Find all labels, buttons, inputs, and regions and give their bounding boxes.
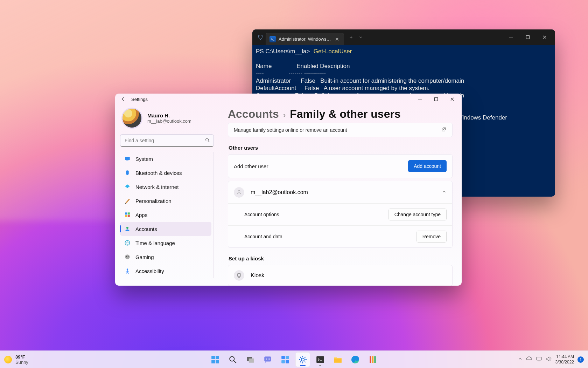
sidebar-item-network-internet[interactable]: Network & internet: [120, 180, 211, 194]
terminal-titlebar[interactable]: >_ Administrator: Windows Powe ✕ ＋: [252, 29, 555, 45]
nav-icon: [124, 268, 131, 274]
svg-rect-23: [211, 360, 215, 363]
account-data-label: Account and data: [244, 234, 282, 239]
kiosk-heading: Set up a kiosk: [229, 255, 453, 261]
account-options-label: Account options: [244, 212, 279, 217]
nav-icon: [124, 226, 131, 232]
terminal-maximize-button[interactable]: [520, 32, 536, 42]
svg-rect-33: [281, 356, 285, 359]
sidebar-item-accessibility[interactable]: Accessibility: [120, 264, 211, 278]
remove-button[interactable]: Remove: [416, 231, 447, 243]
external-link-icon: [441, 127, 447, 133]
settings-close-button[interactable]: [444, 94, 460, 105]
search-icon: [205, 137, 210, 144]
widgets-button[interactable]: [278, 352, 293, 367]
chat-button[interactable]: [260, 352, 275, 367]
search-input[interactable]: [120, 134, 214, 147]
tray-chevron-icon[interactable]: [518, 356, 523, 362]
volume-icon[interactable]: [546, 356, 552, 363]
weather-cond: Sunny: [15, 360, 28, 365]
nav-list: SystemBluetooth & devicesNetwork & inter…: [120, 152, 214, 278]
start-button[interactable]: [208, 352, 223, 367]
family-link-card[interactable]: Manage family settings online or remove …: [228, 123, 453, 137]
nav-label: Personalization: [135, 198, 172, 204]
nav-label: Bluetooth & devices: [135, 170, 182, 176]
sidebar-item-bluetooth-devices[interactable]: Bluetooth & devices: [120, 166, 211, 180]
task-view-button[interactable]: [243, 352, 258, 367]
tab-dropdown-icon[interactable]: [357, 32, 365, 42]
taskbar: 39°F Sunny: [0, 350, 588, 368]
person-icon: [234, 187, 244, 198]
terminal-tab[interactable]: >_ Administrator: Windows Powe ✕: [266, 33, 344, 45]
weather-widget[interactable]: 39°F Sunny: [4, 354, 28, 365]
profile-block[interactable]: Mauro H. m__lab@outlook.com: [120, 106, 214, 133]
nav-icon: [124, 198, 131, 204]
sidebar-item-gaming[interactable]: Gaming: [120, 250, 211, 264]
svg-rect-1: [526, 36, 530, 39]
svg-rect-38: [316, 356, 324, 363]
terminal-prompt: PS C:\Users\m__la>: [256, 48, 310, 55]
svg-rect-39: [334, 358, 342, 362]
settings-sidebar: Mauro H. m__lab@outlook.com SystemBlueto…: [115, 105, 219, 286]
sidebar-item-personalization[interactable]: Personalization: [120, 194, 211, 208]
kiosk-icon: [234, 270, 244, 281]
sidebar-item-system[interactable]: System: [120, 152, 211, 166]
taskbar-terminal-app[interactable]: [313, 352, 328, 367]
profile-name: Mauro H.: [147, 113, 191, 118]
onedrive-icon[interactable]: [526, 356, 532, 363]
nav-icon: [124, 240, 131, 246]
clock-time: 11:44 AM: [556, 354, 574, 360]
settings-window: Settings Mauro H. m__lab@outlook.com Sy: [115, 94, 462, 286]
svg-rect-6: [125, 157, 130, 160]
svg-rect-9: [128, 212, 130, 214]
search-button[interactable]: [225, 352, 240, 367]
svg-point-4: [206, 138, 209, 141]
svg-rect-8: [125, 212, 127, 214]
sidebar-item-time-language[interactable]: Time & language: [120, 236, 211, 250]
nav-label: Apps: [135, 212, 147, 218]
taskbar-settings-app[interactable]: [295, 352, 310, 367]
sidebar-item-accounts[interactable]: Accounts: [120, 222, 211, 236]
other-users-heading: Other users: [229, 145, 453, 151]
sidebar-item-apps[interactable]: Apps: [120, 208, 211, 222]
taskbar-explorer-app[interactable]: [330, 352, 345, 367]
taskbar-clock[interactable]: 11:44 AM 3/30/2022: [555, 354, 574, 365]
svg-rect-10: [125, 215, 127, 217]
nav-label: Accessibility: [135, 268, 164, 274]
taskbar-tray: 11:44 AM 3/30/2022 1: [518, 354, 584, 365]
notifications-badge[interactable]: 1: [578, 356, 584, 363]
kiosk-card[interactable]: Kiosk: [228, 265, 453, 286]
svg-rect-3: [435, 98, 438, 101]
settings-minimize-button[interactable]: [412, 94, 428, 105]
other-user-card: m__lab2@outlook.com Account options Chan…: [228, 181, 453, 248]
user-row[interactable]: m__lab2@outlook.com: [228, 181, 452, 203]
settings-titlebar[interactable]: Settings: [115, 94, 462, 105]
weather-icon: [4, 356, 12, 363]
taskbar-edge-app[interactable]: [348, 352, 363, 367]
taskbar-app[interactable]: [365, 352, 380, 367]
add-account-button[interactable]: Add account: [408, 160, 447, 172]
network-icon[interactable]: [536, 356, 542, 363]
weather-temp: 39°F: [15, 354, 28, 360]
terminal-close-button[interactable]: [537, 32, 552, 42]
nav-icon: [124, 170, 131, 176]
back-button[interactable]: [119, 95, 128, 104]
new-tab-button[interactable]: ＋: [346, 32, 356, 42]
nav-icon: [124, 156, 131, 162]
terminal-minimize-button[interactable]: [503, 32, 519, 42]
settings-maximize-button[interactable]: [428, 94, 444, 105]
svg-rect-24: [216, 360, 219, 363]
breadcrumb-parent[interactable]: Accounts: [228, 108, 279, 121]
svg-rect-7: [126, 161, 128, 161]
svg-line-26: [234, 361, 236, 363]
svg-point-31: [268, 359, 269, 360]
add-other-user-label: Add other user: [234, 163, 268, 169]
svg-point-18: [238, 191, 240, 192]
svg-point-25: [230, 356, 234, 361]
svg-point-16: [128, 256, 128, 257]
tab-close-icon[interactable]: ✕: [334, 36, 340, 42]
change-account-type-button[interactable]: Change account type: [388, 209, 447, 220]
terminal-tab-title: Administrator: Windows Powe: [279, 36, 331, 42]
window-title: Settings: [131, 97, 148, 102]
svg-line-5: [208, 141, 209, 142]
